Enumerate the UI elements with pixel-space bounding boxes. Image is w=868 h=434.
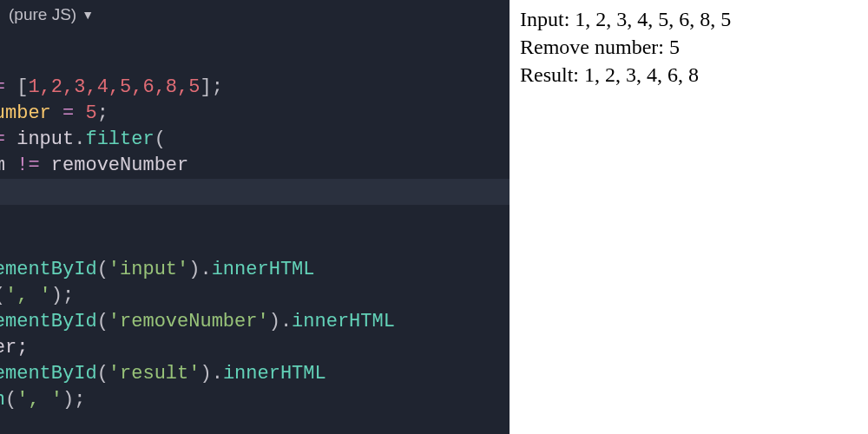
output-remove-value: 5 [669,36,680,58]
code-line-11: .join(', '); [0,389,85,411]
code-line-7: join(', '); [0,285,74,306]
output-result-line: Result: 1, 2, 3, 4, 6, 8 [520,61,858,89]
language-label: (pure JS) [9,5,76,24]
output-input-label: Input: [520,8,575,30]
output-result-value: 1, 2, 3, 4, 6, 8 [584,63,699,86]
code-line-5-highlight [0,179,510,205]
code-line-1: ut = [1,2,3,4,5,6,8,5]; [0,76,223,98]
app-root: (pure JS) ▼ ut = [1,2,3,4,5,6,8,5]; oveN… [0,0,868,434]
editor-header: (pure JS) ▼ [0,0,510,30]
code-line-9: Number; [0,337,28,358]
code-block[interactable]: ut = [1,2,3,4,5,6,8,5]; oveNumber = 5; l… [0,30,510,434]
code-line-10: etElementById('result').innerHTML [0,363,326,385]
output-input-value: 1, 2, 3, 4, 5, 6, 8, 5 [575,8,731,30]
code-line-6: etElementById('input').innerHTML [0,259,315,280]
output-result-label: Result: [520,63,584,86]
chevron-down-icon[interactable]: ▼ [82,8,94,22]
code-line-3: lt = input.filter( [0,128,166,150]
code-line-4: item != removeNumber [0,155,188,176]
output-remove-label: Remove number: [520,36,669,58]
code-line-2: oveNumber = 5; [0,102,108,124]
output-pane: Input: 1, 2, 3, 4, 5, 6, 8, 5 Remove num… [510,0,868,434]
code-line-8: etElementById('removeNumber').innerHTML [0,311,395,332]
output-remove-line: Remove number: 5 [520,33,858,61]
output-input-line: Input: 1, 2, 3, 4, 5, 6, 8, 5 [520,5,858,33]
code-editor-pane: (pure JS) ▼ ut = [1,2,3,4,5,6,8,5]; oveN… [0,0,510,434]
